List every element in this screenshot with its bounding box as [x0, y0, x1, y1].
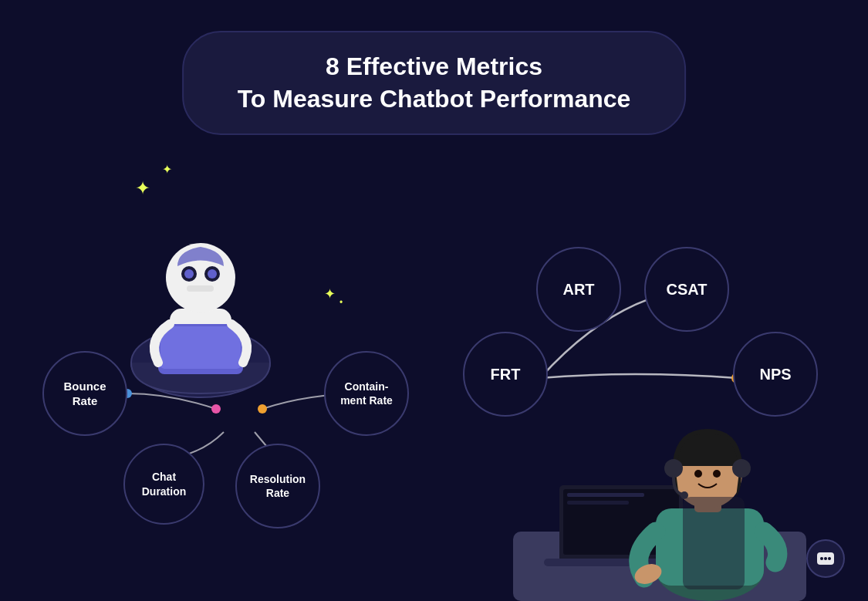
sparkle-icon-3: ✦	[324, 285, 336, 302]
chat-duration-circle: ChatDuration	[123, 444, 204, 525]
resolution-rate-circle: ResolutionRate	[235, 444, 320, 528]
support-agent-illustration	[513, 354, 806, 601]
svg-point-33	[694, 470, 702, 478]
title-text: 8 Effective Metrics To Measure Chatbot P…	[238, 51, 631, 115]
svg-point-37	[820, 557, 823, 560]
containment-rate-circle: Contain-ment Rate	[324, 351, 409, 436]
bounce-rate-circle: BounceRate	[42, 351, 127, 436]
svg-rect-35	[683, 497, 745, 589]
svg-point-13	[258, 404, 267, 414]
svg-point-39	[828, 557, 831, 560]
svg-point-8	[184, 269, 194, 279]
svg-rect-10	[187, 285, 214, 292]
svg-rect-3	[160, 326, 241, 369]
csat-label: CSAT	[667, 281, 708, 299]
agent-svg	[513, 354, 806, 601]
chat-icon	[806, 539, 845, 578]
svg-point-34	[713, 470, 721, 478]
title-banner: 8 Effective Metrics To Measure Chatbot P…	[182, 31, 687, 135]
sparkle-icon-2: ✦	[162, 162, 172, 177]
robot-illustration	[123, 185, 293, 401]
svg-point-11	[211, 404, 221, 414]
svg-point-9	[208, 269, 217, 279]
svg-point-30	[664, 459, 683, 478]
svg-point-38	[824, 557, 827, 560]
resolution-rate-label: ResolutionRate	[250, 472, 306, 500]
art-circle: ART	[536, 247, 621, 332]
svg-point-31	[732, 459, 751, 478]
csat-circle: CSAT	[644, 247, 729, 332]
chat-bubble-icon	[815, 548, 836, 569]
chat-duration-label: ChatDuration	[142, 470, 187, 498]
svg-rect-23	[567, 493, 644, 497]
sparkle-icon-4: •	[339, 297, 343, 308]
svg-rect-24	[567, 501, 629, 505]
art-label: ART	[562, 281, 594, 299]
robot-svg	[123, 185, 278, 401]
bounce-rate-label: BounceRate	[63, 379, 106, 409]
containment-rate-label: Contain-ment Rate	[340, 380, 393, 407]
